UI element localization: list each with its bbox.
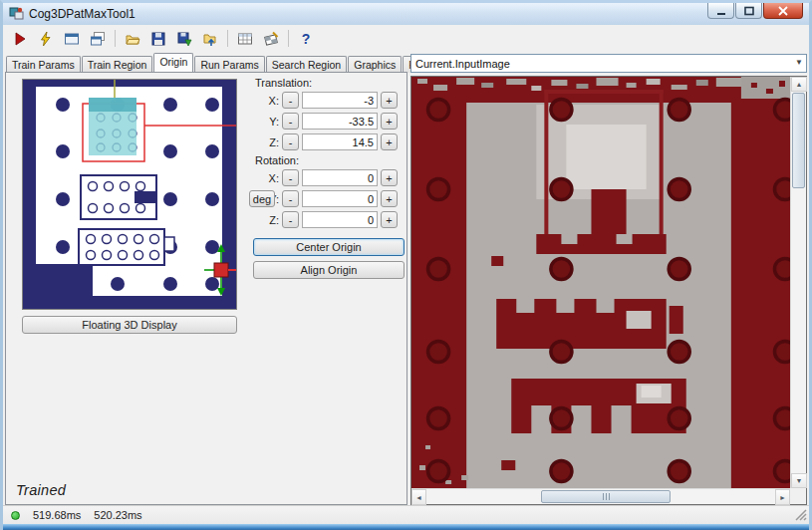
translation-z-label: Z: xyxy=(261,136,279,148)
translation-y-label: Y: xyxy=(261,116,279,128)
status-bar: 519.68ms 520.23ms xyxy=(3,505,809,524)
trained-status: Trained xyxy=(16,482,66,498)
toolbar: ? xyxy=(3,25,809,52)
scrollbar-corner xyxy=(790,488,806,504)
brick-middle xyxy=(81,175,156,219)
window-title: Cog3DPatMaxTool1 xyxy=(29,7,135,21)
help-icon[interactable]: ? xyxy=(294,28,318,50)
image-selector-value: Current.InputImage xyxy=(415,58,510,70)
image-selector-dropdown[interactable]: Current.InputImage ▼ xyxy=(410,54,807,73)
toolbar-separator xyxy=(227,30,228,47)
rotation-y-plus-button[interactable]: + xyxy=(381,190,398,207)
tab-strip: Train Params Train Region Origin Run Par… xyxy=(5,54,407,72)
run-icon[interactable] xyxy=(8,28,32,50)
translation-x-row: X: - + xyxy=(253,92,405,109)
vertical-scroll-thumb[interactable] xyxy=(792,93,805,188)
floating-3d-display-button[interactable]: Floating 3D Display xyxy=(22,316,237,334)
rotation-z-label: Z: xyxy=(261,214,279,226)
minimize-button[interactable] xyxy=(707,3,734,19)
scroll-left-button[interactable]: ◄ xyxy=(411,489,426,505)
open-file-icon[interactable] xyxy=(121,28,144,50)
scroll-right-button[interactable]: ► xyxy=(775,489,790,505)
app-icon xyxy=(9,6,24,23)
toolbar-separator xyxy=(288,30,289,47)
results-table-icon[interactable] xyxy=(233,28,257,50)
titlebar: Cog3DPatMaxTool1 xyxy=(3,3,809,25)
rotation-y-row: deg Y: - + xyxy=(253,190,405,207)
input-image-display: ▲ ▼ ◄ ► xyxy=(410,76,807,505)
rotation-x-minus-button[interactable]: - xyxy=(282,169,299,186)
rotation-x-input[interactable] xyxy=(302,169,378,186)
float-display-icon[interactable] xyxy=(86,28,110,50)
tab-train-params[interactable]: Train Params xyxy=(6,56,81,73)
tab-graphics[interactable]: Graphics xyxy=(348,56,402,73)
horizontal-scroll-thumb[interactable] xyxy=(541,490,671,503)
translation-label: Translation: xyxy=(255,77,405,89)
translation-y-plus-button[interactable]: + xyxy=(381,113,398,130)
translation-y-input[interactable] xyxy=(302,113,378,130)
rotation-z-minus-button[interactable]: - xyxy=(282,211,299,228)
tab-origin[interactable]: Origin xyxy=(153,53,193,72)
brick-lower xyxy=(79,229,174,265)
translation-y-row: Y: - + xyxy=(253,113,405,130)
input-image-view[interactable] xyxy=(411,77,790,488)
origin-controls: Translation: X: - + Y: - + Z: - xyxy=(253,77,405,284)
origin-tab-page: Floating 3D Display Translation: X: - + … xyxy=(5,72,407,505)
horizontal-scrollbar[interactable]: ◄ ► xyxy=(411,488,790,504)
scroll-down-button[interactable]: ▼ xyxy=(791,473,807,488)
save-file-icon[interactable] xyxy=(146,28,170,50)
translation-x-plus-button[interactable]: + xyxy=(381,92,398,109)
rotation-y-input[interactable] xyxy=(302,190,378,207)
total-time: 520.23ms xyxy=(94,509,141,521)
rotation-x-label: X: xyxy=(261,172,279,184)
status-ok-icon xyxy=(11,511,20,520)
right-pane: Current.InputImage ▼ xyxy=(410,54,807,505)
deg-button[interactable]: deg xyxy=(249,190,275,207)
translation-z-plus-button[interactable]: + xyxy=(381,133,398,150)
rotation-x-plus-button[interactable]: + xyxy=(381,169,398,186)
translation-x-label: X: xyxy=(261,95,279,107)
toolbar-separator xyxy=(115,30,116,47)
tab-train-region[interactable]: Train Region xyxy=(82,56,153,73)
save-image-icon[interactable] xyxy=(172,28,196,50)
translation-x-minus-button[interactable]: - xyxy=(282,92,299,109)
resize-grip-icon[interactable] xyxy=(794,508,807,523)
translation-z-input[interactable] xyxy=(302,133,378,150)
close-button[interactable] xyxy=(763,3,803,19)
load-image-icon[interactable] xyxy=(198,28,222,50)
rotation-z-input[interactable] xyxy=(302,211,378,228)
maximize-button[interactable] xyxy=(735,3,762,19)
rotation-z-row: Z: - + xyxy=(253,211,405,228)
rotation-z-plus-button[interactable]: + xyxy=(381,211,398,228)
translation-x-input[interactable] xyxy=(302,92,378,109)
translation-z-row: Z: - + xyxy=(253,133,405,150)
rotation-label: Rotation: xyxy=(255,154,405,166)
app-window: Cog3DPatMaxTool1 xyxy=(0,0,812,530)
calibration-icon[interactable] xyxy=(259,28,283,50)
window-bottom-border xyxy=(3,524,809,530)
vertical-scrollbar[interactable]: ▲ ▼ xyxy=(790,77,806,488)
chevron-down-icon: ▼ xyxy=(795,58,803,67)
train-image-3d-view[interactable] xyxy=(22,79,237,310)
align-origin-button[interactable]: Align Origin xyxy=(253,261,405,279)
center-origin-button[interactable]: Center Origin xyxy=(253,238,405,256)
rotation-x-row: X: - + xyxy=(253,169,405,186)
translation-z-minus-button[interactable]: - xyxy=(282,133,299,150)
tab-run-params[interactable]: Run Params xyxy=(194,56,264,73)
scroll-up-button[interactable]: ▲ xyxy=(791,77,807,92)
show-display-icon[interactable] xyxy=(60,28,84,50)
run-time: 519.68ms xyxy=(33,509,81,521)
translation-y-minus-button[interactable]: - xyxy=(282,113,299,130)
electric-run-icon[interactable] xyxy=(34,28,58,50)
left-pane: Train Params Train Region Origin Run Par… xyxy=(5,54,407,505)
svg-text:?: ? xyxy=(302,31,311,47)
rotation-y-minus-button[interactable]: - xyxy=(282,190,299,207)
tab-search-region[interactable]: Search Region xyxy=(266,56,347,73)
